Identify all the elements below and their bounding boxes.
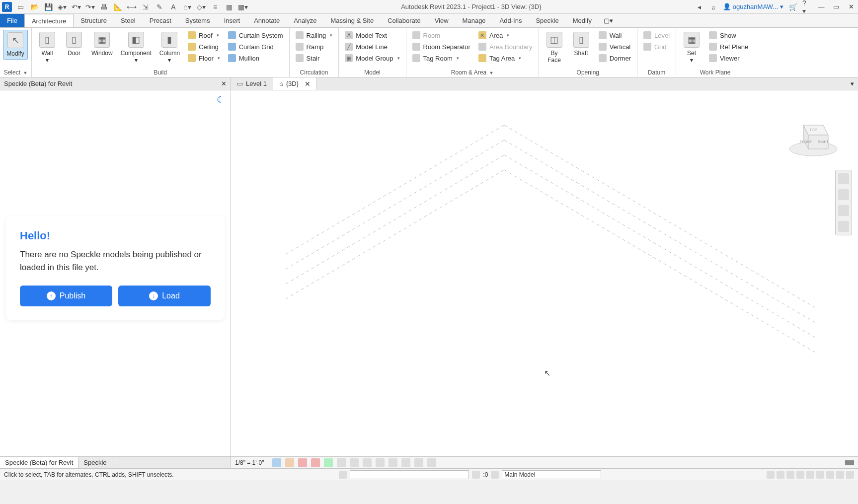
room-separator-button[interactable]: Room Separator (409, 41, 473, 52)
railing-button[interactable]: Railing▾ (293, 30, 336, 41)
model-line-button[interactable]: ╱Model Line (342, 41, 402, 52)
reveal-icon[interactable] (389, 458, 397, 467)
grid-button[interactable]: Grid (640, 41, 673, 52)
shadows-icon[interactable] (311, 458, 320, 467)
undo-icon[interactable]: ↶▾ (72, 2, 80, 11)
crop-region-icon[interactable] (350, 458, 359, 467)
rendering-icon[interactable] (324, 458, 333, 467)
dim-icon[interactable]: ⟷ (127, 2, 136, 11)
ribbon-extra-dropdown[interactable]: ▢▾ (599, 14, 619, 27)
status-icon-2[interactable] (472, 471, 480, 479)
temp-hide-icon[interactable] (376, 458, 385, 467)
tab-manage[interactable]: Manage (456, 14, 493, 27)
level-button[interactable]: Level (640, 30, 673, 41)
status-right-icon[interactable] (777, 471, 784, 479)
orbit-icon[interactable] (838, 221, 849, 232)
status-icon-1[interactable] (339, 471, 347, 479)
unhide-icon[interactable] (363, 458, 372, 467)
viewer-button[interactable]: Viewer (706, 53, 751, 64)
zoom-icon[interactable] (838, 205, 849, 216)
minimize-button[interactable]: — (816, 2, 826, 12)
mullion-button[interactable]: Mullion (225, 53, 286, 64)
select-panel-title[interactable]: Select ▼ (3, 68, 28, 77)
model-text-button[interactable]: AModel Text (342, 30, 402, 41)
publish-button[interactable]: ↑Publish (20, 286, 112, 306)
scrollbar-thumb[interactable] (845, 460, 854, 465)
dark-mode-toggle-icon[interactable]: ☾ (217, 94, 225, 105)
view-scale[interactable]: 1/8" = 1'-0" (235, 459, 264, 466)
tag-icon[interactable]: ✎ (155, 2, 164, 11)
view-tab-close-icon[interactable]: ✕ (305, 80, 311, 88)
analytical-icon[interactable] (401, 458, 410, 467)
area-boundary-button[interactable]: Area Boundary (475, 41, 536, 52)
view-tab-level1[interactable]: ▭Level 1 (231, 77, 273, 90)
ref-plane-button[interactable]: Ref Plane (706, 41, 751, 52)
status-right-icon[interactable] (826, 471, 834, 479)
close-inactive-icon[interactable]: ▦ (225, 2, 234, 11)
status-right-icon[interactable] (796, 471, 804, 479)
tab-massing-site[interactable]: Massing & Site (323, 14, 381, 27)
dormer-button[interactable]: Dormer (596, 53, 634, 64)
tab-view[interactable]: View (428, 14, 456, 27)
search-icon[interactable]: ⌕ (709, 2, 718, 11)
shaft-button[interactable]: ▯Shaft (569, 30, 594, 59)
status-right-icon[interactable] (806, 471, 814, 479)
status-right-icon[interactable] (846, 471, 854, 479)
tab-modify[interactable]: Modify (566, 14, 599, 27)
view-tabs-menu-icon[interactable]: ▾ (847, 77, 858, 90)
text-icon[interactable]: A (169, 2, 178, 11)
speckle-panel-close-icon[interactable]: ✕ (221, 80, 227, 87)
roomarea-panel-title[interactable]: Room & Area ▼ (409, 68, 536, 77)
sun-path-icon[interactable] (298, 458, 307, 467)
tab-systems[interactable]: Systems (178, 14, 217, 27)
area-button[interactable]: ✕Area▾ (475, 30, 536, 41)
status-right-icon[interactable] (786, 471, 794, 479)
filter-icon[interactable] (491, 471, 499, 479)
column-button[interactable]: ▮Column▾ (156, 30, 183, 66)
pan-icon[interactable] (838, 189, 849, 200)
section-icon[interactable]: ◇▾ (197, 2, 206, 11)
tag-room-button[interactable]: Tag Room▾ (409, 53, 473, 64)
stair-button[interactable]: Stair (293, 53, 336, 64)
main-model-selector[interactable]: Main Model (502, 470, 601, 479)
3d-icon[interactable]: ⌂▾ (183, 2, 192, 11)
sync-icon[interactable]: ◈▾ (58, 2, 67, 11)
wall-button[interactable]: ▯Wall▾ (35, 30, 60, 66)
vertical-button[interactable]: Vertical (596, 41, 634, 52)
tab-structure[interactable]: Structure (74, 14, 114, 27)
detail-level-icon[interactable] (272, 458, 281, 467)
component-button[interactable]: ◧Component▾ (118, 30, 155, 66)
ramp-button[interactable]: Ramp (293, 41, 336, 52)
tag-area-button[interactable]: Tag Area▾ (475, 53, 536, 64)
thinlines-icon[interactable]: ≡ (211, 2, 220, 11)
print-icon[interactable]: 🖶 (99, 2, 108, 11)
tab-speckle[interactable]: Speckle (529, 14, 565, 27)
ceiling-button[interactable]: Ceiling (185, 41, 223, 52)
3d-canvas[interactable]: TOP FRONT RIGHT ↖ (231, 90, 858, 456)
floor-button[interactable]: Floor▾ (185, 53, 223, 64)
crop-view-icon[interactable] (337, 458, 346, 467)
tab-steel[interactable]: Steel (114, 14, 143, 27)
restore-button[interactable]: ▭ (831, 2, 841, 12)
help-icon[interactable]: ? ▾ (802, 2, 811, 11)
room-button[interactable]: Room (409, 30, 473, 41)
status-right-icon[interactable] (836, 471, 844, 479)
status-right-icon[interactable] (767, 471, 775, 479)
status-filter-input[interactable] (350, 470, 469, 479)
status-right-icon[interactable] (816, 471, 824, 479)
align-icon[interactable]: ⇲ (141, 2, 150, 11)
tab-annotate[interactable]: Annotate (247, 14, 287, 27)
user-menu[interactable]: 👤 oguzhanMAW...▾ (723, 3, 783, 10)
switch-windows-icon[interactable]: ▦▾ (238, 2, 247, 11)
highlight-icon[interactable] (427, 458, 436, 467)
save-icon[interactable]: 💾 (44, 2, 53, 11)
measure-icon[interactable]: 📐 (113, 2, 122, 11)
qat-page-icon[interactable]: ▭ (16, 2, 25, 11)
tab-precast[interactable]: Precast (143, 14, 178, 27)
redo-icon[interactable]: ↷▾ (85, 2, 94, 11)
door-button[interactable]: ▯Door (62, 30, 86, 59)
tab-file[interactable]: File (0, 14, 24, 27)
open-icon[interactable]: 📂 (30, 2, 39, 11)
tab-insert[interactable]: Insert (217, 14, 247, 27)
load-button[interactable]: ↓Load (118, 286, 211, 306)
